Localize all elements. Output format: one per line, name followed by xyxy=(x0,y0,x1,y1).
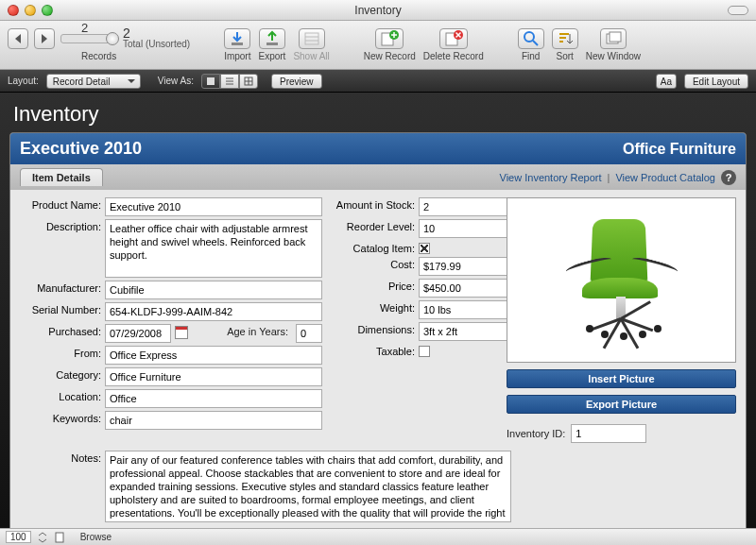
view-as-segmented xyxy=(201,74,258,89)
description-field[interactable] xyxy=(105,219,322,278)
new-window-button[interactable] xyxy=(600,28,627,49)
show-all-button[interactable] xyxy=(299,28,325,49)
category-field[interactable] xyxy=(105,367,322,386)
window-titlebar: Inventory xyxy=(0,0,756,21)
from-field[interactable] xyxy=(105,346,322,365)
serial-number-label: Serial Number: xyxy=(20,302,101,315)
main-toolbar: 2 2 Total (Unsorted) Records Import Expo… xyxy=(0,21,756,70)
text-formatting-button[interactable]: Aa xyxy=(656,74,677,89)
keywords-field[interactable] xyxy=(105,411,322,430)
edit-layout-button[interactable]: Edit Layout xyxy=(684,74,748,89)
svg-rect-2 xyxy=(305,33,318,44)
category-label: Category: xyxy=(20,367,101,381)
manufacturer-field[interactable] xyxy=(105,281,322,299)
insert-picture-button[interactable]: Insert Picture xyxy=(507,369,736,388)
age-in-years-label: Age in Years: xyxy=(192,324,292,337)
catalog-item-label: Catalog Item: xyxy=(332,241,415,254)
new-window-label: New Window xyxy=(586,51,641,61)
import-button[interactable] xyxy=(224,28,250,49)
content-stage: Inventory Executive 2010 Office Furnitur… xyxy=(0,93,756,528)
taxable-label: Taxable: xyxy=(332,344,415,357)
layout-label: Layout: xyxy=(8,76,39,86)
export-picture-button[interactable]: Export Picture xyxy=(507,395,736,414)
help-icon[interactable]: ? xyxy=(721,170,736,185)
chair-illustration xyxy=(556,210,688,351)
toolbar-toggle-button[interactable] xyxy=(728,6,748,15)
status-page-icon[interactable] xyxy=(54,532,65,543)
find-button[interactable] xyxy=(518,28,544,49)
import-label: Import xyxy=(224,51,250,61)
records-label: Records xyxy=(81,51,116,61)
window-title: Inventory xyxy=(0,4,756,17)
zoom-stepper-icon[interactable] xyxy=(37,532,48,543)
view-product-catalog-link[interactable]: View Product Catalog xyxy=(615,172,715,183)
weight-label: Weight: xyxy=(332,300,415,314)
left-column: Product Name: Description: Manufacturer:… xyxy=(20,197,322,443)
record-title: Executive 2010 xyxy=(20,139,142,159)
location-label: Location: xyxy=(20,389,101,402)
tab-bar: Item Details View Inventory Report | Vie… xyxy=(10,164,746,190)
product-name-label: Product Name: xyxy=(20,197,101,211)
delete-record-button[interactable] xyxy=(439,28,468,49)
svg-rect-16 xyxy=(207,77,215,85)
svg-rect-1 xyxy=(266,43,278,45)
record-header: Executive 2010 Office Furniture xyxy=(10,133,746,164)
from-label: From: xyxy=(20,346,101,359)
cost-label: Cost: xyxy=(332,257,415,270)
keywords-label: Keywords: xyxy=(20,411,101,424)
inventory-id-label: Inventory ID: xyxy=(507,428,565,439)
age-in-years-field[interactable] xyxy=(296,324,322,343)
taxable-checkbox[interactable] xyxy=(419,346,430,357)
description-label: Description: xyxy=(20,219,101,232)
layout-select[interactable]: Record Detail xyxy=(46,74,141,89)
next-record-button[interactable] xyxy=(34,28,55,49)
mode-label: Browse xyxy=(80,532,112,542)
middle-column: Amount in Stock: Reorder Level: Catalog … xyxy=(332,197,497,443)
svg-point-9 xyxy=(524,32,534,42)
svg-rect-0 xyxy=(232,43,243,45)
inventory-id-field[interactable] xyxy=(571,424,646,443)
reorder-level-label: Reorder Level: xyxy=(332,219,415,232)
svg-rect-12 xyxy=(559,37,566,39)
record-slider[interactable] xyxy=(60,34,117,43)
manufacturer-label: Manufacturer: xyxy=(20,281,101,294)
preview-button[interactable]: Preview xyxy=(271,74,322,89)
status-bar: 100 Browse xyxy=(0,528,756,545)
purchased-field[interactable] xyxy=(105,324,171,343)
delete-record-label: Delete Record xyxy=(423,51,484,61)
view-as-label: View As: xyxy=(158,76,194,86)
right-column: Insert Picture Export Picture Inventory … xyxy=(507,197,736,443)
svg-rect-23 xyxy=(56,533,63,542)
new-record-button[interactable] xyxy=(375,28,404,49)
view-inventory-report-link[interactable]: View Inventory Report xyxy=(500,172,602,183)
record-card: Executive 2010 Office Furniture Item Det… xyxy=(9,132,747,528)
records-group: 2 2 Total (Unsorted) Records xyxy=(8,28,190,61)
export-label: Export xyxy=(258,51,285,61)
amount-in-stock-label: Amount in Stock: xyxy=(332,197,415,211)
record-category-header: Office Furniture xyxy=(623,141,736,158)
view-form-button[interactable] xyxy=(201,74,220,89)
tab-item-details[interactable]: Item Details xyxy=(20,168,103,186)
sort-button[interactable] xyxy=(552,28,578,49)
product-name-field[interactable] xyxy=(105,197,322,216)
current-record-number: 2 xyxy=(81,21,88,35)
page-title: Inventory xyxy=(13,102,747,127)
svg-line-10 xyxy=(533,41,538,45)
calendar-icon[interactable] xyxy=(175,326,188,339)
view-list-button[interactable] xyxy=(220,74,239,89)
location-field[interactable] xyxy=(105,389,322,408)
product-image[interactable] xyxy=(507,197,736,363)
notes-label: Notes: xyxy=(20,451,101,522)
catalog-item-checkbox[interactable] xyxy=(419,243,430,254)
export-button[interactable] xyxy=(259,28,285,49)
notes-row: Notes: xyxy=(10,451,746,528)
notes-field[interactable] xyxy=(105,451,511,522)
new-record-label: New Record xyxy=(364,51,416,61)
serial-number-field[interactable] xyxy=(105,302,322,321)
show-all-label: Show All xyxy=(293,51,329,61)
zoom-level[interactable]: 100 xyxy=(6,531,31,543)
sort-state-label: Total (Unsorted) xyxy=(123,39,190,49)
prev-record-button[interactable] xyxy=(8,28,28,49)
layout-bar: Layout: Record Detail View As: Preview A… xyxy=(0,70,756,93)
view-table-button[interactable] xyxy=(239,74,258,89)
